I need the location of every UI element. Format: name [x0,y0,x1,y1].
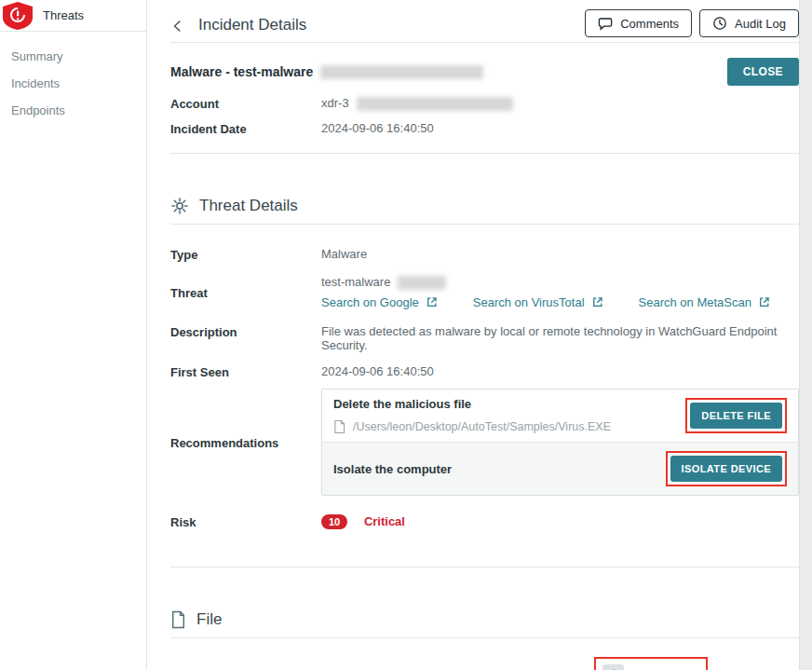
recommendation-row-delete-file: Delete the malicious file /Users/leon/De… [322,390,798,442]
description-value: File was detected as malware by local or… [321,324,799,352]
page-title: Incident Details [198,16,306,34]
recommendations-field: Recommendations Delete the malicious fil… [170,389,799,496]
main-content: Comments Audit Log Incident Details Malw… [147,0,799,670]
threat-value-block: test-malware Search on Google Search on … [321,275,799,309]
divider [170,567,799,567]
type-label: Type [170,247,321,262]
incident-date-value: 2024-09-06 16:40:50 [321,121,799,135]
recommendation-title: Isolate the computer [333,462,666,476]
incident-date-field: Incident Date 2024-09-06 16:40:50 [170,121,799,136]
recommendation-row-isolate: Isolate the computer ISOLATE DEVICE [322,442,798,495]
external-link-icon [591,296,603,308]
account-label: Account [170,96,321,111]
threat-field: Threat test-malware Search on Google Sea… [170,275,799,309]
search-links: Search on Google Search on VirusTotal [321,295,799,309]
risk-level: Critical [364,514,405,528]
incident-title: Malware - test-malware [170,64,313,79]
file-icon [333,419,345,434]
isolate-device-button[interactable]: ISOLATE DEVICE [670,456,782,482]
incident-header: Malware - test-malware CLOSE [170,58,799,86]
actions-bolt-button[interactable] [602,664,624,670]
threat-details-gear-icon [170,197,189,215]
sidebar-header: Threats [0,0,146,32]
file-section-title: File [196,610,222,629]
risk-label: Risk [170,514,321,529]
first-seen-value: 2024-09-06 16:40:50 [321,364,799,378]
risk-value: 10 Critical [321,514,799,529]
recommendation-path: /Users/leon/Desktop/AutoTest/Samples/Vir… [333,419,685,434]
description-label: Description [170,324,321,339]
risk-field: Risk 10 Critical [170,514,799,529]
path-value-block: /Users/leon/Desktop/AutoTest/Samples/Vir… [321,664,799,670]
path-field: Path /Users/leon/Desktop/AutoTest/Sample… [170,664,799,670]
back-chevron-icon[interactable] [170,19,185,34]
external-link-icon [426,296,438,308]
search-on-virustotal-link[interactable]: Search on VirusTotal [473,295,603,309]
threat-value: test-malware [321,275,390,289]
recommendations-box: Delete the malicious file /Users/leon/De… [321,389,799,496]
type-field: Type Malware [170,247,799,262]
sidebar-menu: Summary Incidents Endpoints [0,32,146,124]
annotation-highlight: ISOLATE DEVICE [666,451,787,486]
recommendations-label: Recommendations [170,435,321,450]
sidebar-item-incidents[interactable]: Incidents [0,70,146,97]
page-header: Incident Details [170,0,799,43]
sidebar-item-endpoints[interactable]: Endpoints [0,97,146,124]
threats-logo-icon [0,0,35,32]
redacted-threat [398,276,446,290]
sidebar-title: Threats [43,8,84,22]
threat-details-header: Threat Details [170,197,799,225]
description-field: Description File was detected as malware… [170,324,799,352]
file-section-icon [170,610,186,629]
first-seen-field: First Seen 2024-09-06 16:40:50 [170,364,799,379]
first-seen-label: First Seen [170,364,321,379]
close-button[interactable]: CLOSE [727,58,799,86]
risk-score-badge: 10 [321,514,347,529]
redacted-account [357,97,513,111]
search-on-google-link[interactable]: Search on Google [321,295,438,309]
type-value: Malware [321,247,799,261]
sidebar: Threats Summary Incidents Endpoints [0,0,147,670]
account-value: xdr-3 [321,96,799,111]
scrollbar-gutter[interactable] [799,0,812,670]
sidebar-item-summary[interactable]: Summary [0,43,146,70]
delete-file-button[interactable]: DELETE FILE [690,403,782,429]
threat-label: Threat [170,285,321,300]
file-section-header: File [170,610,799,638]
path-actions: Delete file [602,664,624,670]
threat-details-title: Threat Details [199,197,298,215]
redacted-incident-title [320,65,483,79]
account-field: Account xdr-3 [170,96,799,111]
recommendation-title: Delete the malicious file [333,397,685,411]
external-link-icon [758,296,770,308]
incident-date-label: Incident Date [170,121,321,136]
annotation-highlight: DELETE FILE [685,398,787,433]
divider [170,153,799,154]
search-on-metascan-link[interactable]: Search on MetaScan [639,295,770,309]
